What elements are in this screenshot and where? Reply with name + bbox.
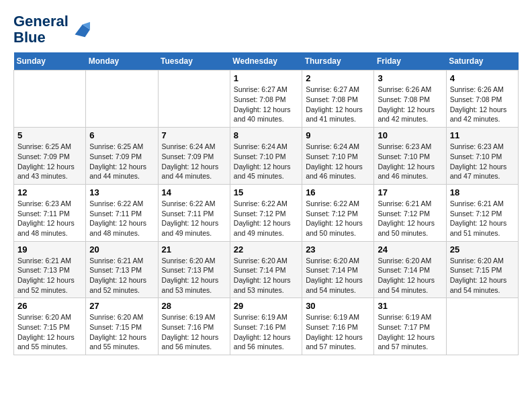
day-cell: 1Sunrise: 6:27 AM Sunset: 7:08 PM Daylig… [230, 71, 302, 128]
logo-text: General Blue [13, 13, 69, 46]
day-number: 14 [162, 187, 226, 197]
week-row-3: 12Sunrise: 6:23 AM Sunset: 7:11 PM Dayli… [14, 184, 519, 241]
day-cell: 2Sunrise: 6:27 AM Sunset: 7:08 PM Daylig… [302, 71, 374, 128]
day-cell: 6Sunrise: 6:25 AM Sunset: 7:09 PM Daylig… [86, 128, 158, 185]
week-row-4: 19Sunrise: 6:21 AM Sunset: 7:13 PM Dayli… [14, 241, 519, 298]
day-cell [446, 298, 518, 355]
day-cell: 4Sunrise: 6:26 AM Sunset: 7:08 PM Daylig… [446, 71, 518, 128]
week-row-2: 5Sunrise: 6:25 AM Sunset: 7:09 PM Daylig… [14, 128, 519, 185]
header-cell-tuesday: Tuesday [158, 52, 230, 71]
day-number: 5 [17, 130, 82, 140]
day-info: Sunrise: 6:22 AM Sunset: 7:12 PM Dayligh… [306, 199, 370, 238]
day-number: 25 [450, 244, 515, 255]
day-number: 4 [450, 73, 515, 83]
day-cell: 23Sunrise: 6:20 AM Sunset: 7:14 PM Dayli… [302, 241, 374, 298]
day-number: 7 [162, 130, 226, 140]
day-info: Sunrise: 6:20 AM Sunset: 7:14 PM Dayligh… [378, 256, 442, 295]
day-number: 22 [234, 244, 298, 255]
week-row-1: 1Sunrise: 6:27 AM Sunset: 7:08 PM Daylig… [14, 71, 519, 128]
header-cell-monday: Monday [86, 52, 158, 71]
day-info: Sunrise: 6:21 AM Sunset: 7:12 PM Dayligh… [450, 199, 515, 238]
day-number: 31 [378, 301, 442, 311]
day-number: 29 [234, 301, 298, 311]
day-number: 27 [89, 301, 154, 311]
header-row: SundayMondayTuesdayWednesdayThursdayFrid… [14, 52, 519, 71]
day-number: 12 [17, 187, 82, 197]
day-info: Sunrise: 6:20 AM Sunset: 7:14 PM Dayligh… [234, 256, 298, 295]
day-cell: 20Sunrise: 6:21 AM Sunset: 7:13 PM Dayli… [86, 241, 158, 298]
day-cell: 15Sunrise: 6:22 AM Sunset: 7:12 PM Dayli… [230, 184, 302, 241]
day-info: Sunrise: 6:23 AM Sunset: 7:10 PM Dayligh… [450, 142, 515, 181]
day-cell [14, 71, 86, 128]
day-info: Sunrise: 6:24 AM Sunset: 7:10 PM Dayligh… [306, 142, 370, 181]
day-cell: 24Sunrise: 6:20 AM Sunset: 7:14 PM Dayli… [374, 241, 446, 298]
day-info: Sunrise: 6:20 AM Sunset: 7:15 PM Dayligh… [450, 256, 515, 295]
day-cell [86, 71, 158, 128]
day-info: Sunrise: 6:22 AM Sunset: 7:11 PM Dayligh… [162, 199, 226, 238]
day-cell: 3Sunrise: 6:26 AM Sunset: 7:08 PM Daylig… [374, 71, 446, 128]
day-cell: 22Sunrise: 6:20 AM Sunset: 7:14 PM Dayli… [230, 241, 302, 298]
day-cell: 7Sunrise: 6:24 AM Sunset: 7:09 PM Daylig… [158, 128, 230, 185]
day-cell [158, 71, 230, 128]
day-info: Sunrise: 6:20 AM Sunset: 7:14 PM Dayligh… [306, 256, 370, 295]
day-cell: 31Sunrise: 6:19 AM Sunset: 7:17 PM Dayli… [374, 298, 446, 355]
day-info: Sunrise: 6:25 AM Sunset: 7:09 PM Dayligh… [89, 142, 154, 181]
day-number: 6 [89, 130, 154, 140]
day-cell: 11Sunrise: 6:23 AM Sunset: 7:10 PM Dayli… [446, 128, 518, 185]
day-number: 28 [162, 301, 226, 311]
day-number: 17 [378, 187, 442, 197]
day-number: 19 [17, 244, 82, 255]
day-cell: 8Sunrise: 6:24 AM Sunset: 7:10 PM Daylig… [230, 128, 302, 185]
day-info: Sunrise: 6:19 AM Sunset: 7:16 PM Dayligh… [234, 312, 298, 352]
day-info: Sunrise: 6:20 AM Sunset: 7:15 PM Dayligh… [17, 312, 82, 352]
day-info: Sunrise: 6:21 AM Sunset: 7:13 PM Dayligh… [89, 256, 154, 295]
day-cell: 18Sunrise: 6:21 AM Sunset: 7:12 PM Dayli… [446, 184, 518, 241]
day-number: 21 [162, 244, 226, 255]
day-info: Sunrise: 6:19 AM Sunset: 7:16 PM Dayligh… [162, 312, 226, 352]
day-cell: 17Sunrise: 6:21 AM Sunset: 7:12 PM Dayli… [374, 184, 446, 241]
day-info: Sunrise: 6:26 AM Sunset: 7:08 PM Dayligh… [450, 85, 515, 124]
header-cell-thursday: Thursday [302, 52, 374, 71]
day-number: 2 [306, 73, 370, 83]
day-number: 11 [450, 130, 515, 140]
page-header: General Blue [13, 13, 519, 46]
day-info: Sunrise: 6:24 AM Sunset: 7:09 PM Dayligh… [162, 142, 226, 181]
day-info: Sunrise: 6:21 AM Sunset: 7:12 PM Dayligh… [378, 199, 442, 238]
day-info: Sunrise: 6:25 AM Sunset: 7:09 PM Dayligh… [17, 142, 82, 181]
logo: General Blue [13, 13, 90, 46]
day-cell: 27Sunrise: 6:20 AM Sunset: 7:15 PM Dayli… [86, 298, 158, 355]
day-number: 16 [306, 187, 370, 197]
day-info: Sunrise: 6:20 AM Sunset: 7:13 PM Dayligh… [162, 256, 226, 295]
day-info: Sunrise: 6:23 AM Sunset: 7:10 PM Dayligh… [378, 142, 442, 181]
day-number: 23 [306, 244, 370, 255]
day-cell: 21Sunrise: 6:20 AM Sunset: 7:13 PM Dayli… [158, 241, 230, 298]
day-number: 15 [234, 187, 298, 197]
day-info: Sunrise: 6:24 AM Sunset: 7:10 PM Dayligh… [234, 142, 298, 181]
day-cell: 5Sunrise: 6:25 AM Sunset: 7:09 PM Daylig… [14, 128, 86, 185]
day-number: 1 [234, 73, 298, 83]
day-cell: 12Sunrise: 6:23 AM Sunset: 7:11 PM Dayli… [14, 184, 86, 241]
calendar-header: SundayMondayTuesdayWednesdayThursdayFrid… [14, 52, 519, 71]
day-info: Sunrise: 6:26 AM Sunset: 7:08 PM Dayligh… [378, 85, 442, 124]
day-info: Sunrise: 6:19 AM Sunset: 7:16 PM Dayligh… [306, 312, 370, 352]
day-cell: 14Sunrise: 6:22 AM Sunset: 7:11 PM Dayli… [158, 184, 230, 241]
day-info: Sunrise: 6:22 AM Sunset: 7:11 PM Dayligh… [89, 199, 154, 238]
day-info: Sunrise: 6:27 AM Sunset: 7:08 PM Dayligh… [234, 85, 298, 124]
header-cell-wednesday: Wednesday [230, 52, 302, 71]
day-number: 30 [306, 301, 370, 311]
day-cell: 28Sunrise: 6:19 AM Sunset: 7:16 PM Dayli… [158, 298, 230, 355]
day-number: 8 [234, 130, 298, 140]
day-info: Sunrise: 6:23 AM Sunset: 7:11 PM Dayligh… [17, 199, 82, 238]
day-cell: 26Sunrise: 6:20 AM Sunset: 7:15 PM Dayli… [14, 298, 86, 355]
day-number: 9 [306, 130, 370, 140]
calendar-body: 1Sunrise: 6:27 AM Sunset: 7:08 PM Daylig… [14, 71, 519, 355]
day-number: 26 [17, 301, 82, 311]
day-number: 10 [378, 130, 442, 140]
day-number: 18 [450, 187, 515, 197]
day-number: 3 [378, 73, 442, 83]
day-info: Sunrise: 6:20 AM Sunset: 7:15 PM Dayligh… [89, 312, 154, 352]
header-cell-sunday: Sunday [14, 52, 86, 71]
day-info: Sunrise: 6:19 AM Sunset: 7:17 PM Dayligh… [378, 312, 442, 352]
logo-icon [70, 19, 90, 40]
day-cell: 9Sunrise: 6:24 AM Sunset: 7:10 PM Daylig… [302, 128, 374, 185]
